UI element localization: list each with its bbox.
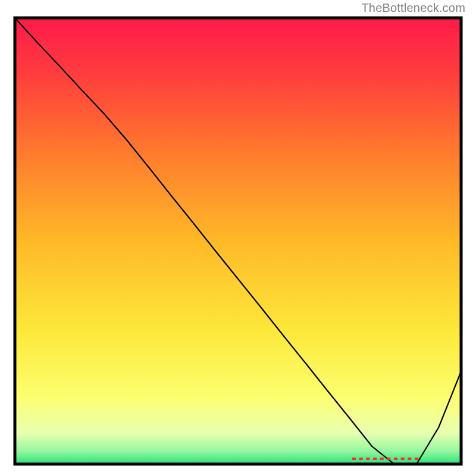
svg-rect-2	[366, 458, 369, 460]
svg-rect-8	[408, 458, 411, 460]
chart-container	[13, 16, 463, 466]
chart-svg	[13, 16, 463, 466]
svg-rect-7	[401, 458, 405, 460]
chart-background	[15, 18, 461, 464]
watermark-label: TheBottleneck.com	[361, 1, 465, 15]
svg-rect-9	[415, 458, 418, 460]
svg-rect-3	[373, 458, 377, 460]
svg-rect-1	[359, 458, 363, 460]
svg-rect-4	[380, 458, 384, 460]
svg-rect-0	[352, 458, 356, 460]
svg-rect-6	[394, 458, 397, 460]
svg-rect-5	[387, 458, 390, 460]
